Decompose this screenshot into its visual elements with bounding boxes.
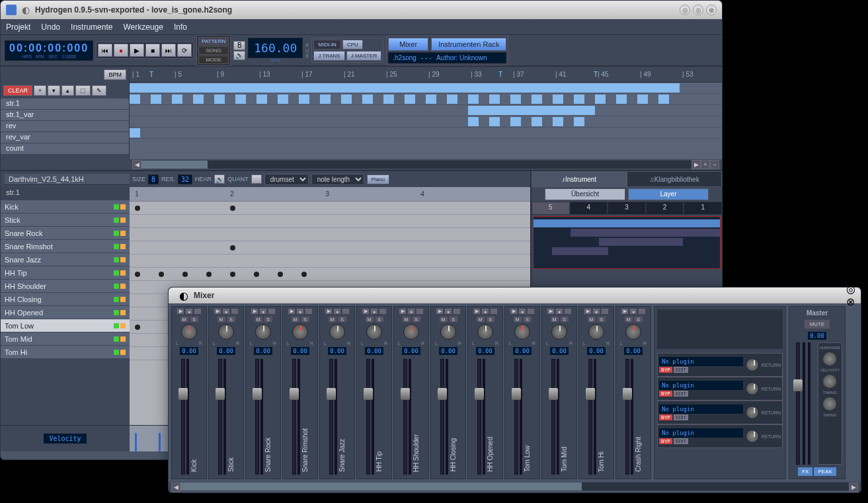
fx-name[interactable]: No plugin [659,357,743,366]
tab-library[interactable]: ♫ Klangbibliothek [627,171,722,187]
song-cell[interactable] [489,106,500,115]
solo-led[interactable] [120,336,126,342]
mute-led[interactable] [114,350,119,355]
song-cell[interactable] [532,117,542,126]
mute-led[interactable] [114,204,119,210]
menu-werkzeuge[interactable]: Werkzeuge [123,22,163,32]
tab-instrument[interactable]: ♪ Instrument [532,171,627,187]
solo-led[interactable] [120,350,126,355]
mixer-hscroll[interactable] [180,483,849,490]
pan-knob[interactable] [588,324,604,340]
mixer-scroll-left[interactable]: ◀ [171,483,180,492]
timeline-ruler[interactable]: | 1| 5| 9| 13| 17| 21| 25| 29| 33| 37| 4… [130,67,722,83]
solo-led[interactable] [120,310,126,315]
menu-undo[interactable]: Undo [41,22,60,32]
ch-fader[interactable] [181,359,185,475]
ch-play-icon[interactable]: ▶ [362,308,370,315]
song-cell[interactable] [457,83,468,93]
song-cell[interactable] [204,83,214,93]
ch-fader[interactable] [255,359,259,475]
zoom-out-button[interactable]: − [710,160,719,169]
mixer-close-button[interactable]: ⊗ [846,295,855,308]
ch-trig-icon[interactable]: ● [296,308,304,315]
song-cell[interactable] [500,106,510,115]
ch-solo-button[interactable]: S [523,316,532,323]
song-cell[interactable] [182,83,193,93]
pattern-row[interactable]: str.1_var [1,110,129,121]
song-cell[interactable] [627,83,637,93]
mixer-scroll-right[interactable]: ▶ [849,483,858,492]
song-cell[interactable] [574,95,584,104]
song-cell[interactable] [553,83,563,93]
fx-name[interactable]: No plugin [659,381,743,390]
song-cell[interactable] [151,83,161,93]
ch-play-icon[interactable]: ▶ [584,308,592,315]
solo-led[interactable] [120,244,126,249]
song-cell[interactable] [574,117,584,126]
forward-button[interactable]: ⏭ [161,44,176,57]
song-cell[interactable] [405,95,415,104]
song-grid[interactable]: | 1| 5| 9| 13| 17| 21| 25| 29| 33| 37| 4… [130,67,722,159]
fx-edit-button[interactable]: EDIT [674,391,688,397]
song-cell[interactable] [479,106,489,115]
ch-trig-icon[interactable]: ● [444,308,452,315]
pattern-row[interactable]: count [1,143,129,155]
ch-play-icon[interactable]: ▶ [214,308,221,315]
instrument-row[interactable]: HH Shoulder [1,280,130,293]
layer-number[interactable]: 1 [684,202,722,215]
pattern-down-button[interactable]: ▾ [48,85,60,96]
ch-trig-icon[interactable]: ● [555,308,563,315]
scroll-left-button[interactable]: ◀ [132,160,141,169]
instrument-row[interactable]: Kick [1,200,130,213]
song-cell[interactable] [648,83,658,93]
ch-fader[interactable] [440,359,444,475]
song-cell[interactable] [140,83,151,93]
ch-mute-button[interactable]: M [513,316,522,323]
maximize-button[interactable]: ◎ [693,5,703,15]
mute-led[interactable] [114,231,119,236]
pan-knob[interactable] [440,324,456,340]
song-cell[interactable] [235,95,246,104]
pattern-row[interactable]: rev [1,121,129,132]
song-cell[interactable] [193,95,204,104]
song-cell[interactable] [500,83,510,93]
ch-play-icon[interactable]: ▶ [621,308,629,315]
pattern-grid-row[interactable] [130,268,530,281]
mute-led[interactable] [114,244,119,249]
song-hscroll[interactable] [141,161,691,169]
song-cell[interactable] [563,106,574,115]
ch-trig-icon[interactable]: ● [407,308,415,315]
hear-toggle[interactable]: 🔊 [214,174,225,184]
add-pattern-button[interactable]: + [34,85,46,96]
song-cell[interactable] [309,83,320,93]
note[interactable] [230,272,235,277]
pan-knob[interactable] [403,324,419,340]
song-cell[interactable] [489,95,500,104]
ch-mute-button[interactable]: M [550,316,559,323]
instrument-row[interactable]: HH Closing [1,293,130,306]
ch-play-icon[interactable]: ▶ [251,308,258,315]
song-cell[interactable] [161,83,172,93]
pattern-grid-row[interactable] [130,241,530,254]
layer-number[interactable]: 5 [532,202,570,215]
notelength-dropdown[interactable]: note length [311,174,364,185]
fx-edit-button[interactable]: EDIT [674,367,688,373]
note[interactable] [254,272,259,277]
ch-mute-button[interactable]: M [328,316,337,323]
song-cell[interactable] [574,106,584,115]
song-grid-row[interactable] [130,128,722,139]
mixer-titlebar[interactable]: ◐ Mixer ◎ ⊗ [169,288,861,303]
solo-led[interactable] [120,270,126,276]
fx-return-knob[interactable] [746,406,759,419]
fx-return-knob[interactable] [746,382,759,395]
stop-button[interactable]: ■ [145,44,160,57]
song-cell[interactable] [553,95,563,104]
collapse-icon[interactable]: ◐ [22,5,30,15]
note[interactable] [135,206,140,211]
instrument-row[interactable]: Snare Rock [1,227,130,240]
jtrans-button[interactable]: J.TRANS [313,51,344,61]
ch-trig-icon[interactable]: ● [333,308,341,315]
mixer-collapse-icon[interactable]: ◐ [179,290,188,302]
ch-mute-button[interactable]: M [365,316,374,323]
ch-solo-button[interactable]: S [227,316,236,323]
